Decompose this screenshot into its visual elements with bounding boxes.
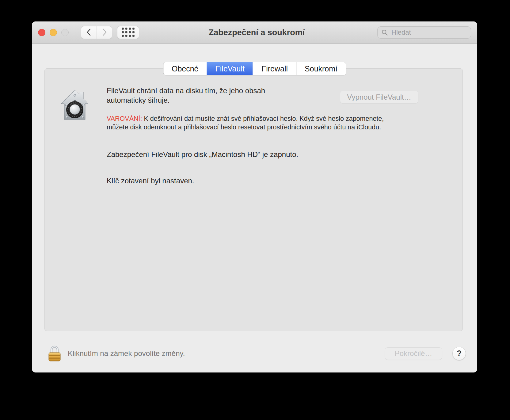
- history-nav-group: [81, 26, 112, 39]
- chevron-left-icon: [85, 28, 93, 37]
- filevault-status-enabled: Zabezpečení FileVault pro disk „Macintos…: [107, 150, 298, 159]
- search-field[interactable]: [377, 26, 471, 39]
- window-title: Zabezpečení a soukromí: [139, 28, 377, 37]
- filevault-status-recovery-key: Klíč zotavení byl nastaven.: [107, 177, 194, 185]
- show-all-grid-icon: [122, 28, 135, 38]
- footer-bar: Kliknutím na zámek povolíte změny. Pokro…: [48, 345, 466, 362]
- desktop-background: { "window": { "title": "Zabezpečení a so…: [0, 0, 510, 420]
- show-all-button[interactable]: [117, 26, 139, 39]
- tab-soukromi[interactable]: Soukromí: [296, 62, 346, 75]
- warning-text: K dešifrování dat musíte znát své přihla…: [107, 115, 384, 131]
- lock-instruction-text: Kliknutím na zámek povolíte změny.: [68, 349, 185, 358]
- advanced-button: Pokročilé…: [385, 347, 442, 360]
- window-toolbar: Zabezpečení a soukromí: [32, 21, 477, 44]
- zoom-button-disabled: [61, 29, 69, 36]
- security-privacy-window: Zabezpečení a soukromí: [32, 21, 477, 372]
- tab-filevault[interactable]: FileVault: [207, 62, 253, 75]
- forward-button[interactable]: [97, 26, 112, 39]
- filevault-description: FileVault chrání data na disku tím, že j…: [107, 86, 284, 105]
- lock-icon[interactable]: [48, 345, 62, 362]
- filevault-warning: VAROVÁNÍ: K dešifrování dat musíte znát …: [107, 114, 398, 132]
- filevault-pane-panel: FileVault chrání data na disku tím, že j…: [44, 68, 463, 331]
- tab-bar: Obecné FileVault Firewall Soukromí: [163, 62, 346, 75]
- help-button[interactable]: ?: [452, 347, 466, 360]
- chevron-right-icon: [101, 28, 108, 37]
- traffic-lights: [38, 29, 69, 36]
- close-button[interactable]: [38, 29, 45, 36]
- search-icon: [381, 29, 388, 36]
- warning-label: VAROVÁNÍ:: [107, 115, 142, 122]
- filevault-house-lock-icon: [59, 89, 90, 121]
- turn-off-filevault-button: Vypnout FileVault…: [340, 91, 418, 103]
- search-input[interactable]: [391, 28, 467, 37]
- minimize-button[interactable]: [50, 29, 57, 36]
- tab-firewall[interactable]: Firewall: [253, 62, 296, 75]
- tab-obecne[interactable]: Obecné: [163, 62, 207, 75]
- back-button[interactable]: [81, 26, 97, 39]
